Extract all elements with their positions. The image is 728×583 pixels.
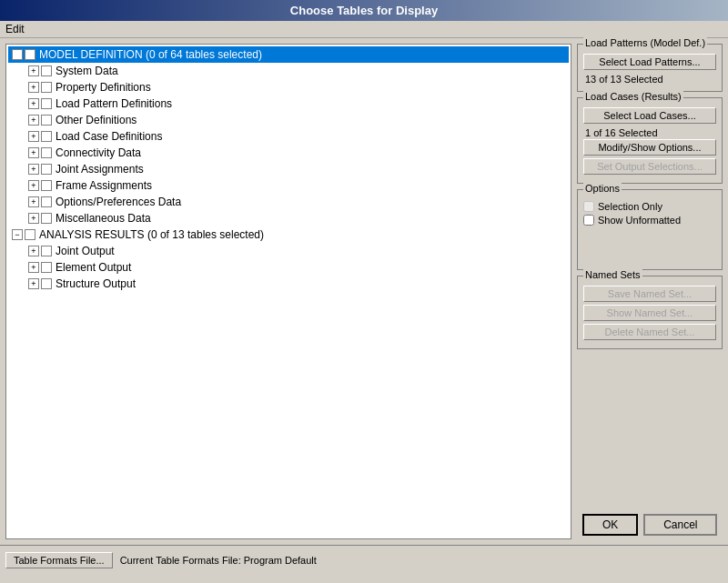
tree-label-misc-data: Miscellaneous Data	[56, 212, 151, 225]
tree-panel[interactable]: − MODEL DEFINITION (0 of 64 tables selec…	[5, 44, 571, 539]
checkbox-misc-data[interactable]	[41, 213, 52, 224]
current-table-text: Current Table Formats File: Program Defa…	[120, 555, 317, 566]
selection-only-checkbox[interactable]	[583, 201, 594, 212]
tree-item-system-data[interactable]: + System Data	[8, 63, 569, 79]
expand-load-pattern-def[interactable]: +	[28, 98, 39, 109]
selection-only-text: Selection Only	[598, 201, 662, 212]
checkbox-element-output[interactable]	[41, 262, 52, 273]
checkbox-joint-output[interactable]	[41, 246, 52, 256]
tree-item-other-def[interactable]: + Other Definitions	[8, 112, 569, 128]
tree-root-2-label: ANALYSIS RESULTS (0 of 13 tables selecte…	[39, 228, 264, 241]
checkbox-structure-output[interactable]	[41, 278, 52, 289]
expand-property-def[interactable]: +	[28, 82, 39, 93]
show-unformatted-checkbox[interactable]	[583, 215, 594, 226]
title-bar: Choose Tables for Display	[0, 0, 728, 21]
tree-label-structure-output: Structure Output	[56, 277, 136, 290]
tree-item-frame-assignments[interactable]: + Frame Assignments	[8, 177, 569, 194]
menu-edit[interactable]: Edit	[5, 23, 25, 35]
tree-item-options-pref[interactable]: + Options/Preferences Data	[8, 194, 569, 210]
table-formats-file-button[interactable]: Table Formats File...	[5, 552, 113, 568]
checkbox-options-pref[interactable]	[41, 196, 52, 207]
checkbox-root-2[interactable]	[25, 229, 35, 240]
tree-label-joint-assignments: Joint Assignments	[56, 163, 144, 176]
tree-label-connectivity-data: Connectivity Data	[56, 146, 141, 159]
selection-only-label[interactable]: Selection Only	[583, 201, 716, 212]
tree-root-1-label: MODEL DEFINITION (0 of 64 tables selecte…	[39, 48, 262, 61]
checkbox-other-def[interactable]	[41, 115, 52, 126]
checkbox-load-case-def[interactable]	[41, 131, 52, 142]
checkbox-load-pattern-def[interactable]	[41, 98, 52, 109]
dialog-buttons: OK Cancel	[577, 510, 723, 539]
tree-label-frame-assignments: Frame Assignments	[56, 179, 152, 192]
tree-item-property-def[interactable]: + Property Definitions	[8, 79, 569, 95]
expand-options-pref[interactable]: +	[28, 196, 39, 207]
show-named-set-button[interactable]: Show Named Set...	[583, 305, 716, 321]
set-output-selections-button[interactable]: Set Output Selections...	[583, 158, 716, 175]
select-load-cases-button[interactable]: Select Load Cases...	[583, 107, 716, 124]
select-load-patterns-button[interactable]: Select Load Patterns...	[583, 54, 716, 70]
window-title: Choose Tables for Display	[290, 4, 438, 17]
expand-structure-output[interactable]: +	[28, 278, 39, 289]
bottom-bar: Table Formats File... Current Table Form…	[0, 545, 728, 574]
ok-button[interactable]: OK	[582, 514, 638, 536]
tree-item-joint-assignments[interactable]: + Joint Assignments	[8, 161, 569, 177]
tree-item-element-output[interactable]: + Element Output	[8, 259, 569, 276]
tree-label-system-data: System Data	[56, 65, 118, 77]
tree-label-property-def: Property Definitions	[56, 81, 151, 94]
expand-frame-assignments[interactable]: +	[28, 180, 39, 191]
tree-root-1[interactable]: − MODEL DEFINITION (0 of 64 tables selec…	[8, 46, 569, 63]
named-sets-title: Named Sets	[583, 269, 642, 280]
save-named-set-button[interactable]: Save Named Set...	[583, 286, 716, 302]
tree-item-misc-data[interactable]: + Miscellaneous Data	[8, 210, 569, 226]
expand-root-1[interactable]: −	[12, 49, 23, 60]
tree-item-load-pattern-def[interactable]: + Load Pattern Definitions	[8, 95, 569, 112]
menu-bar[interactable]: Edit	[0, 21, 728, 38]
expand-element-output[interactable]: +	[28, 262, 39, 273]
named-sets-group: Named Sets Save Named Set... Show Named …	[577, 276, 723, 349]
load-patterns-status: 13 of 13 Selected	[583, 73, 716, 85]
modify-show-options-button[interactable]: Modify/Show Options...	[583, 139, 716, 156]
tree-label-other-def: Other Definitions	[56, 114, 136, 126]
show-unformatted-label[interactable]: Show Unformatted	[583, 215, 716, 226]
expand-misc-data[interactable]: +	[28, 213, 39, 224]
load-patterns-title: Load Patterns (Model Def.)	[583, 37, 707, 48]
tree-label-load-pattern-def: Load Pattern Definitions	[56, 97, 172, 110]
right-panel: Load Patterns (Model Def.) Select Load P…	[577, 44, 723, 539]
show-unformatted-text: Show Unformatted	[598, 215, 681, 226]
cancel-button[interactable]: Cancel	[643, 514, 717, 536]
tree-label-options-pref: Options/Preferences Data	[56, 196, 181, 208]
checkbox-system-data[interactable]	[41, 65, 52, 76]
tree-label-element-output: Element Output	[56, 261, 131, 274]
expand-other-def[interactable]: +	[28, 115, 39, 126]
load-cases-status: 1 of 16 Selected	[583, 126, 716, 139]
tree-root-2[interactable]: − ANALYSIS RESULTS (0 of 13 tables selec…	[8, 226, 569, 243]
load-cases-title: Load Cases (Results)	[583, 91, 683, 102]
expand-system-data[interactable]: +	[28, 65, 39, 76]
tree-label-joint-output: Joint Output	[56, 245, 115, 257]
options-title: Options	[583, 183, 622, 194]
expand-connectivity-data[interactable]: +	[28, 147, 39, 158]
expand-joint-assignments[interactable]: +	[28, 164, 39, 175]
tree-label-load-case-def: Load Case Definitions	[56, 130, 162, 143]
tree-item-joint-output[interactable]: + Joint Output	[8, 243, 569, 259]
expand-joint-output[interactable]: +	[28, 246, 39, 256]
main-content: − MODEL DEFINITION (0 of 64 tables selec…	[0, 38, 728, 545]
checkbox-joint-assignments[interactable]	[41, 164, 52, 175]
checkbox-root-1[interactable]	[25, 49, 35, 60]
load-patterns-group: Load Patterns (Model Def.) Select Load P…	[577, 44, 723, 92]
expand-load-case-def[interactable]: +	[28, 131, 39, 142]
checkbox-property-def[interactable]	[41, 82, 52, 93]
tree-item-structure-output[interactable]: + Structure Output	[8, 276, 569, 292]
options-group: Options Selection Only Show Unformatted	[577, 189, 723, 270]
delete-named-set-button[interactable]: Delete Named Set...	[583, 324, 716, 340]
checkbox-frame-assignments[interactable]	[41, 180, 52, 191]
load-cases-group: Load Cases (Results) Select Load Cases..…	[577, 97, 723, 184]
expand-root-2[interactable]: −	[12, 229, 23, 240]
tree-item-connectivity-data[interactable]: + Connectivity Data	[8, 145, 569, 161]
checkbox-connectivity-data[interactable]	[41, 147, 52, 158]
tree-item-load-case-def[interactable]: + Load Case Definitions	[8, 128, 569, 145]
